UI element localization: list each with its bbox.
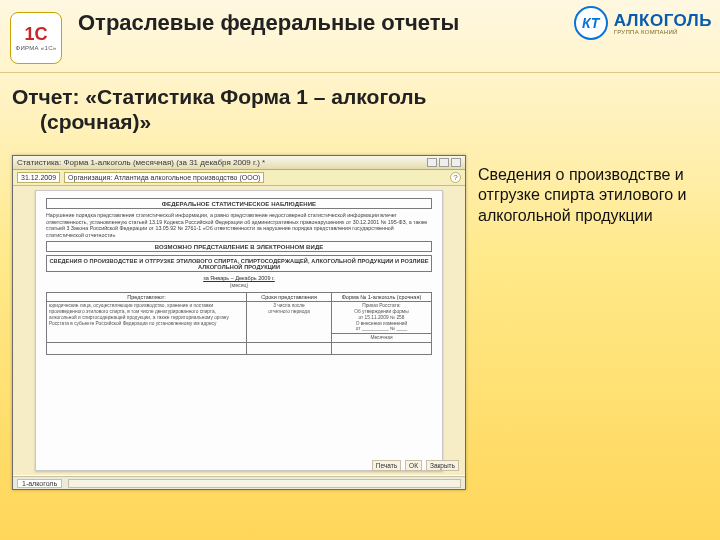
slide-title: Отраслевые федеральные отчеты [78, 10, 490, 36]
logo-alcohol-main: АЛКОГОЛЬ [614, 12, 712, 29]
ok-button[interactable]: ОК [405, 460, 422, 471]
logo-1c-text: 1С [24, 25, 47, 43]
doc-title-text: СВЕДЕНИЯ О ПРОИЗВОДСТВЕ И ОТГРУЗКЕ ЭТИЛО… [49, 258, 428, 270]
close-label: Закрыть [430, 462, 455, 469]
order-l1: Приказ Росстата: [362, 303, 400, 308]
maximize-icon[interactable] [439, 158, 449, 167]
logo-alcohol-sub: ГРУППА КОМПАНИЙ [614, 29, 712, 35]
print-label: Печать [376, 462, 397, 469]
col-header-2: Сроки представления [247, 293, 332, 302]
order-l5: от __________ № ____ [356, 326, 407, 331]
subtitle-line2: (срочная)» [12, 109, 700, 134]
window-titlebar[interactable]: Статистика: Форма 1-алкоголь (месячная) … [13, 156, 465, 170]
col-header-3: Форма № 1-алкоголь (срочная) [331, 293, 431, 302]
horizontal-scrollbar[interactable] [68, 479, 461, 488]
minimize-icon[interactable] [427, 158, 437, 167]
bottom-scroll: 1-алкоголь [13, 476, 465, 489]
close-button[interactable]: Закрыть [426, 460, 459, 471]
logo-kt-text: КТ [582, 15, 599, 31]
sheet-tab[interactable]: 1-алкоголь [17, 479, 62, 488]
document-viewport[interactable]: ФЕДЕРАЛЬНОЕ СТАТИСТИЧЕСКОЕ НАБЛЮДЕНИЕ На… [13, 186, 465, 475]
embedded-window: Статистика: Форма 1-алкоголь (месячная) … [12, 155, 466, 490]
cell-order: Приказ Росстата: Об утверждении формы от… [331, 302, 431, 334]
subtitle-line1: Отчет: «Статистика Форма 1 – алкоголь [12, 85, 426, 108]
date-value: 31.12.2009 [21, 174, 56, 181]
blank-1 [47, 342, 247, 354]
blank-3 [331, 342, 431, 354]
cell-reporters: юридические лица, осуществляющие произво… [47, 302, 247, 343]
doc-period: за Январь – Декабрь 2009 г. [46, 275, 432, 281]
doc-header-box: ФЕДЕРАЛЬНОЕ СТАТИСТИЧЕСКОЕ НАБЛЮДЕНИЕ [46, 198, 432, 209]
org-label: Организация: [68, 174, 112, 181]
header-divider [0, 72, 720, 73]
logo-alcohol: АЛКОГОЛЬ ГРУППА КОМПАНИЙ [614, 12, 712, 35]
logo-1c: 1С ФИРМА «1С» [8, 10, 64, 66]
ok-label: ОК [409, 462, 418, 469]
order-l4: О внесении изменений [356, 321, 408, 326]
date-field[interactable]: 31.12.2009 [17, 172, 60, 183]
doc-period-sub: (месяц) [46, 282, 432, 288]
body-description: Сведения о производстве и отгрузке спирт… [478, 165, 700, 226]
slide-root: 1С ФИРМА «1С» КТ АЛКОГОЛЬ ГРУППА КОМПАНИ… [0, 0, 720, 540]
org-field[interactable]: Организация: Атлантида алкогольное произ… [64, 172, 264, 183]
window-title: Статистика: Форма 1-алкоголь (месячная) … [17, 158, 265, 167]
doc-title-box: СВЕДЕНИЯ О ПРОИЗВОДСТВЕ И ОТГРУЗКЕ ЭТИЛО… [46, 255, 432, 272]
doc-table: Представляют: Сроки представления Форма … [46, 292, 432, 355]
cell-deadline: 3 числа после отчетного периода [247, 302, 332, 343]
window-toolbar: 31.12.2009 Организация: Атлантида алкого… [13, 170, 465, 186]
deadline-line1: 3 числа после [273, 303, 305, 308]
window-statusbar: Печать ОК Закрыть [372, 460, 459, 471]
print-button[interactable]: Печать [372, 460, 401, 471]
doc-electronic-box: ВОЗМОЖНО ПРЕДСТАВЛЕНИЕ В ЭЛЕКТРОННОМ ВИД… [46, 241, 432, 252]
col-header-1: Представляют: [47, 293, 247, 302]
blank-2 [247, 342, 332, 354]
document-page: ФЕДЕРАЛЬНОЕ СТАТИСТИЧЕСКОЕ НАБЛЮДЕНИЕ На… [35, 190, 443, 471]
close-icon[interactable] [451, 158, 461, 167]
help-button[interactable]: ? [450, 172, 461, 183]
help-icon: ? [453, 173, 457, 182]
logo-1c-subtext: ФИРМА «1С» [16, 45, 57, 51]
org-value: Атлантида алкогольное производство (ООО) [114, 174, 260, 181]
order-l3: от 15.11.2009 № 258 [358, 315, 404, 320]
deadline-line2: отчетного периода [268, 309, 310, 314]
logo-kt-icon: КТ [574, 6, 608, 40]
order-l2: Об утверждении формы [354, 309, 408, 314]
sheet-tab-label: 1-алкоголь [22, 480, 57, 487]
doc-disclaimer: Нарушение порядка представления статисти… [46, 212, 432, 238]
cell-cadence: Месячная [331, 334, 431, 343]
report-subtitle: Отчет: «Статистика Форма 1 – алкоголь (с… [12, 84, 700, 134]
logo-right-group: КТ АЛКОГОЛЬ ГРУППА КОМПАНИЙ [574, 6, 712, 40]
logo-1c-badge: 1С ФИРМА «1С» [10, 12, 62, 64]
